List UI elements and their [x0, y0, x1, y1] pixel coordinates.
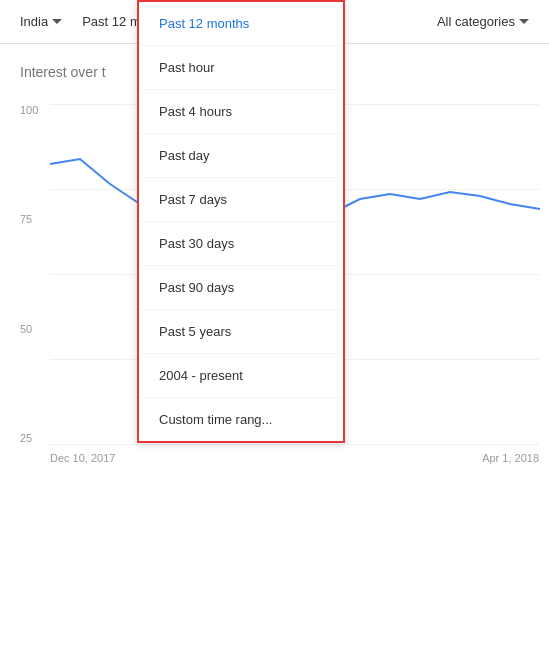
region-selector[interactable]: India: [20, 14, 62, 29]
chart-title: Interest over t: [20, 64, 106, 80]
y-label-50: 50: [20, 323, 38, 335]
time-range-dropdown: Past 12 months Past hour Past 4 hours Pa…: [137, 0, 345, 443]
dropdown-item-4[interactable]: Past 7 days: [139, 178, 343, 222]
y-label-75: 75: [20, 213, 38, 225]
x-label-end: Apr 1, 2018: [482, 452, 539, 464]
dropdown-item-3[interactable]: Past day: [139, 134, 343, 178]
dropdown-item-6[interactable]: Past 90 days: [139, 266, 343, 310]
dropdown-item-0[interactable]: Past 12 months: [139, 2, 343, 46]
y-axis: 100 75 50 25: [20, 104, 38, 444]
region-chevron-icon: [52, 19, 62, 24]
category-selector[interactable]: All categories: [437, 14, 529, 29]
x-axis: Dec 10, 2017 Apr 1, 2018: [50, 452, 539, 464]
category-chevron-icon: [519, 19, 529, 24]
region-label: India: [20, 14, 48, 29]
category-label: All categories: [437, 14, 515, 29]
dropdown-item-5[interactable]: Past 30 days: [139, 222, 343, 266]
dropdown-item-2[interactable]: Past 4 hours: [139, 90, 343, 134]
dropdown-item-7[interactable]: Past 5 years: [139, 310, 343, 354]
grid-line-0: [50, 444, 539, 445]
y-label-100: 100: [20, 104, 38, 116]
dropdown-item-8[interactable]: 2004 - present: [139, 354, 343, 398]
dropdown-item-9[interactable]: Custom time rang...: [139, 398, 343, 441]
dropdown-item-1[interactable]: Past hour: [139, 46, 343, 90]
x-label-start: Dec 10, 2017: [50, 452, 115, 464]
y-label-25: 25: [20, 432, 38, 444]
